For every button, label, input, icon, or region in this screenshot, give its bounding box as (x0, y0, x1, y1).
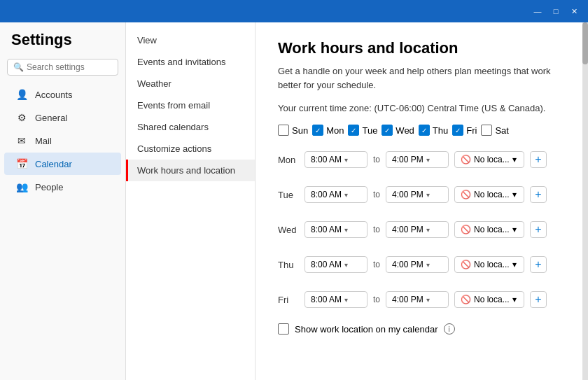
end-time-thu[interactable]: 4:00 PM ▾ (386, 256, 449, 273)
close-button[interactable]: ✕ (566, 3, 582, 20)
sched-day-wed: Wed (278, 225, 299, 235)
start-time-wed[interactable]: 8:00 AM ▾ (304, 221, 368, 238)
day-checkbox-wed[interactable]: ✓ (382, 125, 393, 136)
search-icon: 🔍 (13, 62, 24, 72)
day-item-tue: ✓Tue (348, 125, 377, 136)
location-fri[interactable]: 🚫 No loca... ▾ (454, 291, 524, 308)
mid-menu-item-work-hours[interactable]: Work hours and location (126, 160, 255, 181)
day-checkbox-sun[interactable] (278, 125, 289, 136)
add-time-wed[interactable]: + (530, 221, 547, 238)
people-icon: 👥 (15, 181, 28, 192)
sidebar-item-accounts[interactable]: 👤Accounts (4, 83, 121, 106)
day-checkbox-mon[interactable]: ✓ (312, 125, 323, 136)
to-label: to (373, 225, 380, 234)
mid-menu-item-events[interactable]: Events and invitations (126, 51, 255, 73)
work-location-row: Show work location on my calendar i (278, 323, 560, 335)
minimize-button[interactable]: — (529, 3, 546, 20)
chevron-icon: ▾ (512, 225, 517, 234)
to-label: to (373, 155, 380, 164)
add-time-fri[interactable]: + (530, 291, 547, 308)
mid-menu-item-events-email[interactable]: Events from email (126, 94, 255, 116)
to-label: to (373, 295, 380, 304)
mid-menu-item-shared[interactable]: Shared calendars (126, 116, 255, 138)
sidebar-item-label: People (35, 182, 63, 192)
mid-menu-container: ViewEvents and invitationsWeatherEvents … (126, 29, 255, 181)
day-item-fri: ✓Fri (452, 125, 477, 136)
start-time-mon[interactable]: 8:00 AM ▾ (304, 151, 368, 168)
sidebar-item-general[interactable]: ⚙General (4, 106, 121, 129)
start-time-thu[interactable]: 8:00 AM ▾ (304, 256, 368, 273)
location-tue[interactable]: 🚫 No loca... ▾ (454, 186, 524, 203)
end-time-tue[interactable]: 4:00 PM ▾ (386, 186, 449, 203)
accounts-icon: 👤 (15, 89, 28, 100)
nav-items-container: 👤Accounts⚙General✉Mail📅Calendar👥People (0, 83, 125, 199)
day-label-tue: Tue (362, 125, 377, 136)
day-item-wed: ✓Wed (382, 125, 414, 136)
mid-menu: ViewEvents and invitationsWeatherEvents … (126, 22, 255, 380)
chevron-icon: ▾ (512, 190, 517, 199)
maximize-button[interactable]: □ (547, 3, 564, 20)
chevron-icon: ▾ (344, 296, 348, 304)
sidebar-item-label: Accounts (35, 90, 72, 100)
day-item-sat: Sat (481, 125, 509, 136)
day-label-sun: Sun (292, 125, 308, 136)
start-time-fri[interactable]: 8:00 AM ▾ (304, 291, 368, 308)
mid-menu-item-customize[interactable]: Customize actions (126, 138, 255, 160)
location-icon: 🚫 (461, 155, 471, 164)
location-mon[interactable]: 🚫 No loca... ▾ (454, 151, 524, 168)
content-description: Get a handle on your week and help other… (278, 64, 560, 92)
content-area: Work hours and location Get a handle on … (255, 22, 582, 380)
scrollbar-thumb[interactable] (582, 22, 588, 64)
schedule-row-fri: Fri 8:00 AM ▾ to 4:00 PM ▾ 🚫 No loca... … (278, 287, 560, 312)
to-label: to (373, 190, 380, 199)
day-label-thu: Thu (433, 125, 448, 136)
show-work-location-label: Show work location on my calendar (295, 324, 438, 335)
day-item-thu: ✓Thu (419, 125, 448, 136)
day-checkbox-fri[interactable]: ✓ (452, 125, 463, 136)
mid-menu-item-view[interactable]: View (126, 29, 255, 51)
sidebar-item-calendar[interactable]: 📅Calendar (4, 153, 121, 175)
location-icon: 🚫 (461, 295, 471, 304)
sched-day-fri: Fri (278, 295, 299, 305)
chevron-icon: ▾ (512, 295, 517, 304)
day-checkbox-sat[interactable] (481, 125, 492, 136)
add-time-mon[interactable]: + (530, 151, 547, 168)
days-row: Sun✓Mon✓Tue✓Wed✓Thu✓FriSat (278, 125, 560, 136)
app-container: Settings 🔍 👤Accounts⚙General✉Mail📅Calend… (0, 22, 588, 380)
day-label-mon: Mon (326, 125, 344, 136)
location-wed[interactable]: 🚫 No loca... ▾ (454, 221, 524, 238)
scrollbar[interactable] (582, 22, 588, 380)
end-time-fri[interactable]: 4:00 PM ▾ (386, 291, 449, 308)
calendar-icon: 📅 (15, 158, 28, 169)
mid-menu-item-weather[interactable]: Weather (126, 73, 255, 94)
start-time-tue[interactable]: 8:00 AM ▾ (304, 186, 368, 203)
location-icon: 🚫 (461, 260, 471, 269)
location-icon: 🚫 (461, 190, 471, 199)
end-time-wed[interactable]: 4:00 PM ▾ (386, 221, 449, 238)
sidebar-item-label: Mail (35, 136, 52, 146)
day-label-sat: Sat (495, 125, 509, 136)
day-label-fri: Fri (466, 125, 477, 136)
search-box[interactable]: 🔍 (7, 59, 118, 76)
day-checkbox-thu[interactable]: ✓ (419, 125, 430, 136)
end-time-mon[interactable]: 4:00 PM ▾ (386, 151, 449, 168)
sidebar-item-mail[interactable]: ✉Mail (4, 129, 121, 152)
day-label-wed: Wed (396, 125, 414, 136)
to-label: to (373, 260, 380, 269)
titlebar: — □ ✕ (0, 0, 588, 22)
sidebar-item-people[interactable]: 👥People (4, 176, 121, 198)
sidebar-item-label: General (35, 113, 67, 123)
chevron-icon: ▾ (512, 155, 517, 164)
chevron-icon: ▾ (426, 261, 430, 269)
chevron-icon: ▾ (512, 260, 517, 269)
add-time-thu[interactable]: + (530, 256, 547, 273)
day-checkbox-tue[interactable]: ✓ (348, 125, 359, 136)
info-icon[interactable]: i (444, 323, 455, 335)
chevron-icon: ▾ (344, 156, 348, 164)
location-thu[interactable]: 🚫 No loca... ▾ (454, 256, 524, 273)
show-work-location-checkbox[interactable] (278, 323, 289, 335)
chevron-icon: ▾ (344, 261, 348, 269)
general-icon: ⚙ (15, 112, 28, 123)
search-input[interactable] (27, 62, 132, 72)
add-time-tue[interactable]: + (530, 186, 547, 203)
